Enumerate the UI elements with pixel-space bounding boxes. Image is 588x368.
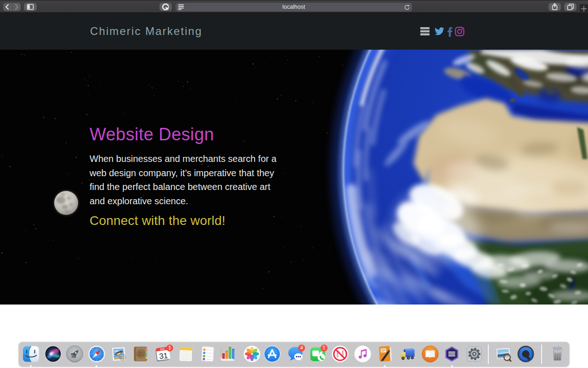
svg-text:31: 31 [158,351,168,361]
